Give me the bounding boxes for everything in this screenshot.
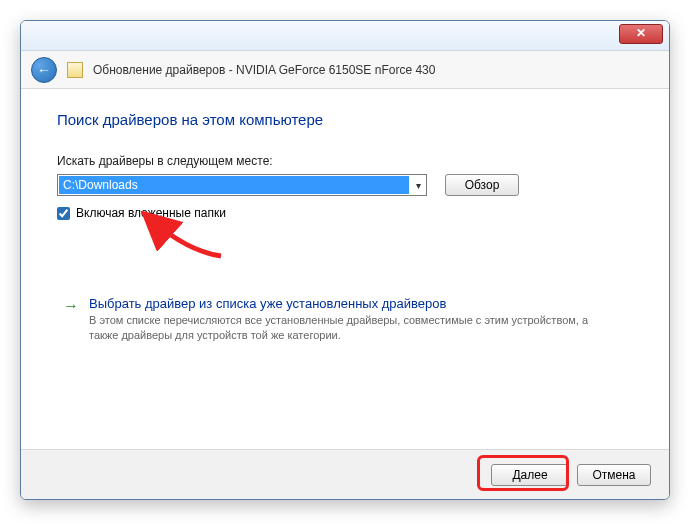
wizard-icon — [67, 62, 83, 78]
arrow-right-icon: → — [63, 298, 79, 343]
next-button[interactable]: Далее — [491, 464, 569, 486]
browse-button[interactable]: Обзор — [445, 174, 519, 196]
footer: Далее Отмена — [21, 449, 669, 499]
path-combobox[interactable]: C:\Downloads ▾ — [57, 174, 427, 196]
chevron-down-icon[interactable]: ▾ — [410, 180, 426, 191]
close-icon: ✕ — [636, 26, 646, 40]
close-button[interactable]: ✕ — [619, 24, 663, 44]
back-arrow-icon: ← — [37, 62, 51, 78]
cancel-button[interactable]: Отмена — [577, 464, 651, 486]
content-area: Поиск драйверов на этом компьютере Искат… — [21, 89, 669, 349]
option-title: Выбрать драйвер из списка уже установлен… — [89, 296, 609, 311]
page-heading: Поиск драйверов на этом компьютере — [57, 111, 633, 128]
option-description: В этом списке перечисляются все установл… — [89, 313, 609, 343]
pick-from-list-option[interactable]: → Выбрать драйвер из списка уже установл… — [57, 290, 633, 349]
include-subfolders-label: Включая вложенные папки — [76, 206, 226, 220]
include-subfolders-row: Включая вложенные папки — [57, 206, 633, 220]
include-subfolders-checkbox[interactable] — [57, 207, 70, 220]
path-row: C:\Downloads ▾ Обзор — [57, 174, 633, 196]
header-row: ← Обновление драйверов - NVIDIA GeForce … — [21, 51, 669, 89]
path-value: C:\Downloads — [59, 176, 409, 194]
back-button[interactable]: ← — [31, 57, 57, 83]
titlebar: ✕ — [21, 21, 669, 51]
wizard-window: ✕ ← Обновление драйверов - NVIDIA GeForc… — [20, 20, 670, 500]
path-label: Искать драйверы в следующем месте: — [57, 154, 633, 168]
option-text: Выбрать драйвер из списка уже установлен… — [89, 296, 609, 343]
window-title: Обновление драйверов - NVIDIA GeForce 61… — [93, 63, 435, 77]
